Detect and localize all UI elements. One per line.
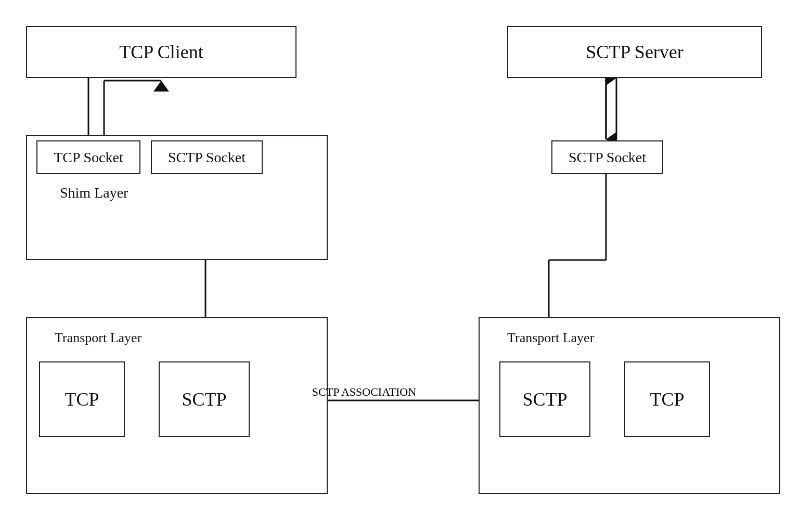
tcp-left-box: TCP — [39, 361, 125, 437]
sctp-right-box: SCTP — [499, 361, 590, 437]
sctp-socket-left-box: SCTP Socket — [151, 140, 263, 174]
sctp-left-box: SCTP — [159, 361, 250, 437]
tcp-right-label: TCP — [650, 388, 684, 410]
tcp-socket-box: TCP Socket — [36, 140, 140, 174]
transport-layer-right-label: Transport Layer — [507, 330, 594, 346]
tcp-right-box: TCP — [624, 361, 710, 437]
sctp-association-label: SCTP ASSOCIATION — [307, 385, 421, 400]
sctp-socket-right-label: SCTP Socket — [569, 149, 646, 166]
tcp-client-box: TCP Client — [26, 26, 297, 78]
sctp-right-label: SCTP — [522, 388, 567, 410]
diagram: TCP Client TCP Socket SCTP Socket Shim L… — [0, 0, 812, 532]
tcp-socket-label: TCP Socket — [54, 149, 123, 166]
sctp-server-box: SCTP Server — [507, 26, 762, 78]
tcp-client-label: TCP Client — [119, 41, 203, 63]
sctp-server-label: SCTP Server — [586, 41, 684, 63]
sctp-socket-right-box: SCTP Socket — [551, 140, 663, 174]
sctp-left-label: SCTP — [182, 388, 226, 410]
sctp-socket-left-label: SCTP Socket — [168, 149, 246, 166]
tcp-left-label: TCP — [65, 388, 99, 410]
transport-layer-left-label: Transport Layer — [55, 330, 141, 346]
shim-layer-label: Shim Layer — [60, 185, 128, 201]
